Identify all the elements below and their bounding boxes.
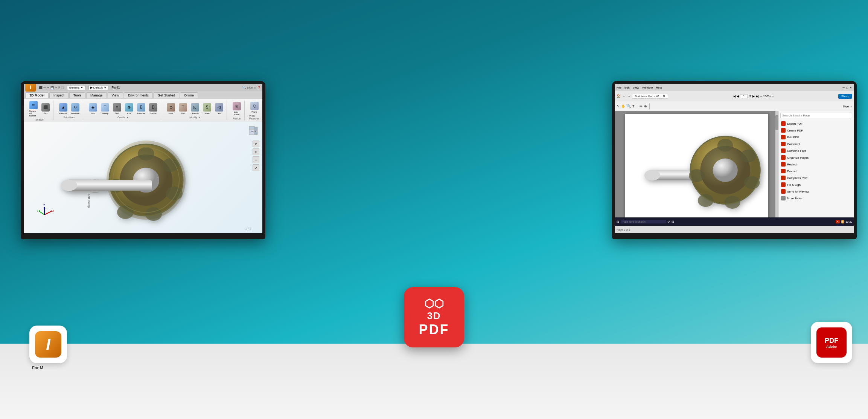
sidebar-item-send-review[interactable]: Send for Review: [779, 188, 854, 195]
view-cube[interactable]: FRONT: [247, 125, 259, 136]
right-monitor: File Edit View Window Help ─ □ ✕ 🏠 ← → S…: [612, 81, 857, 239]
inventor-app-icon[interactable]: I: [29, 326, 67, 363]
draft-button[interactable]: ◁ Draft: [214, 102, 224, 115]
svg-text:X: X: [52, 210, 54, 212]
emboss-button[interactable]: E Emboss: [136, 102, 146, 115]
sweep-button[interactable]: ⌒ Sweep: [100, 102, 110, 115]
maximize-icon[interactable]: □: [846, 86, 848, 89]
coil-button[interactable]: ⊕ Coil: [124, 102, 134, 115]
edit-form-button[interactable]: ⊞ EditForm: [231, 101, 242, 116]
acrobat-viewport: [615, 111, 778, 226]
zoom-out[interactable]: –: [760, 95, 762, 98]
ribbon-buttons-fusion: ⊞ EditForm: [231, 101, 242, 116]
derive-button[interactable]: D Derive: [148, 102, 158, 115]
shell-label: Shell: [204, 112, 209, 115]
extrude-button[interactable]: ▲ Extrude: [58, 102, 69, 115]
sidebar-item-redact[interactable]: Redact: [779, 161, 854, 168]
sidebar-item-comment[interactable]: Comment: [779, 141, 854, 147]
nav-next[interactable]: ▶: [752, 95, 755, 98]
create-2d-sketch-button[interactable]: ✏ Create2D Sketch: [28, 100, 39, 118]
for-m-label: For M: [32, 365, 43, 370]
plane-icon: ⬡: [250, 102, 259, 110]
minimize-icon[interactable]: ─: [842, 86, 845, 89]
annotate-tools[interactable]: ✏: [640, 104, 643, 108]
revolve-button[interactable]: ↻ Revolve: [70, 102, 81, 115]
sidebar-item-compress[interactable]: Compress PDF: [779, 174, 854, 181]
tab-get-started[interactable]: Get Started: [154, 92, 179, 98]
default-dropdown[interactable]: ▶ Default ▼: [88, 85, 109, 90]
3d-tool[interactable]: ⊛: [644, 104, 647, 108]
tab-manage[interactable]: Manage: [86, 92, 107, 98]
tab-3d-model[interactable]: 3D Model: [25, 92, 49, 98]
hand-tool[interactable]: ✋: [621, 104, 625, 108]
fill-sign-label: Fill & Sign: [787, 183, 801, 187]
sidebar-item-create-pdf[interactable]: Create PDF: [779, 127, 854, 134]
sidebar-item-fill-sign[interactable]: Fill & Sign: [779, 181, 854, 188]
menu-edit[interactable]: Edit: [624, 86, 630, 89]
menu-file[interactable]: File: [617, 86, 621, 89]
windows-search[interactable]: [621, 220, 666, 223]
chamfer-button[interactable]: ◺ Chamfer: [190, 102, 200, 115]
zoom-in[interactable]: +: [772, 95, 774, 98]
nav-prev[interactable]: ◀: [737, 95, 739, 98]
text-tool[interactable]: T: [632, 104, 635, 108]
sidebar-search-input[interactable]: [780, 113, 852, 118]
start-icon[interactable]: ⊞: [617, 220, 619, 223]
menu-help[interactable]: Help: [656, 86, 662, 89]
cursor-tool[interactable]: ↖: [617, 104, 620, 108]
primitives-group-label: Primitives: [64, 116, 75, 119]
logo-pdf-text: PDF: [419, 322, 449, 338]
taskbar-acrobat[interactable]: A: [836, 220, 840, 223]
tab-tools[interactable]: Tools: [69, 92, 85, 98]
zoom-controls: – 100% +: [760, 95, 774, 98]
compress-label: Compress PDF: [787, 176, 808, 180]
close-icon[interactable]: ✕: [850, 86, 852, 89]
forward-icon[interactable]: →: [627, 94, 630, 98]
menu-view[interactable]: View: [633, 86, 639, 89]
task-view-icon[interactable]: ⊟: [672, 220, 674, 223]
tab-online[interactable]: Online: [180, 92, 198, 98]
sidebar-item-more-tools[interactable]: More Tools: [779, 195, 854, 202]
zoom-select[interactable]: 🔍: [627, 104, 631, 108]
rib-button[interactable]: ≡ Rib: [112, 102, 122, 115]
sign-in-right[interactable]: Sign In: [843, 105, 852, 108]
tab-view[interactable]: View: [108, 92, 123, 98]
loft-button[interactable]: ◈ Loft: [88, 102, 98, 115]
ribbon-buttons-primitives: ▲ Extrude ↻ Revolve: [58, 102, 81, 115]
file-tab[interactable]: Stainless Motor #1... ✕: [632, 94, 668, 99]
emboss-label: Emboss: [137, 112, 145, 115]
share-button[interactable]: Share: [838, 94, 852, 99]
sidebar-item-protect[interactable]: Protect: [779, 168, 854, 174]
scroll-bar[interactable]: [775, 111, 778, 226]
revolve-label: Revolve: [71, 112, 79, 115]
sidebar-item-organize[interactable]: Organize Pages: [779, 154, 854, 161]
shell-button[interactable]: S Shell: [202, 102, 212, 115]
hole-button[interactable]: ⊙ Hole: [166, 102, 176, 115]
status-text: Page 1 of 1: [617, 228, 630, 231]
sidebar-item-combine[interactable]: Combine Files: [779, 147, 854, 154]
plane-button[interactable]: ⬡ Plane: [249, 101, 260, 114]
extrude-icon: ▲: [59, 103, 67, 112]
tab-environments[interactable]: Environments: [124, 92, 153, 98]
sidebar-item-export-pdf[interactable]: Export PDF: [779, 120, 854, 127]
generic-dropdown[interactable]: Generic ▼: [67, 85, 85, 90]
hole-label: Hole: [169, 112, 173, 115]
fillet-button[interactable]: ⌒ Fillet: [178, 102, 188, 115]
nav-end[interactable]: ▶|: [756, 95, 759, 98]
inventor-ribbon: ✏ Create2D Sketch ⬛ Box Sketch ▲: [24, 99, 262, 122]
sidebar-item-edit-pdf[interactable]: Edit PDF: [779, 134, 854, 141]
adobe-pdf-label: PDF: [825, 337, 838, 345]
nav-home[interactable]: |◀: [732, 95, 736, 98]
taskbar-inventor[interactable]: I: [841, 220, 844, 223]
back-icon[interactable]: ←: [622, 94, 626, 98]
home-icon[interactable]: 🏠: [617, 94, 621, 98]
tab-inspect[interactable]: Inspect: [49, 92, 69, 98]
box-button[interactable]: ⬛ Box: [40, 102, 51, 115]
adobe-app-icon[interactable]: PDF Adobe: [811, 322, 852, 363]
menu-window[interactable]: Window: [642, 86, 653, 89]
compress-icon: [781, 176, 786, 180]
page-number-input[interactable]: [740, 94, 748, 98]
nav-controls[interactable]: ⊕ ⊡ ↔ ⤢: [253, 141, 259, 171]
cortana-icon[interactable]: ⊙: [667, 220, 670, 223]
ribbon-group-sketch: ✏ Create2D Sketch ⬛ Box Sketch: [26, 101, 53, 120]
